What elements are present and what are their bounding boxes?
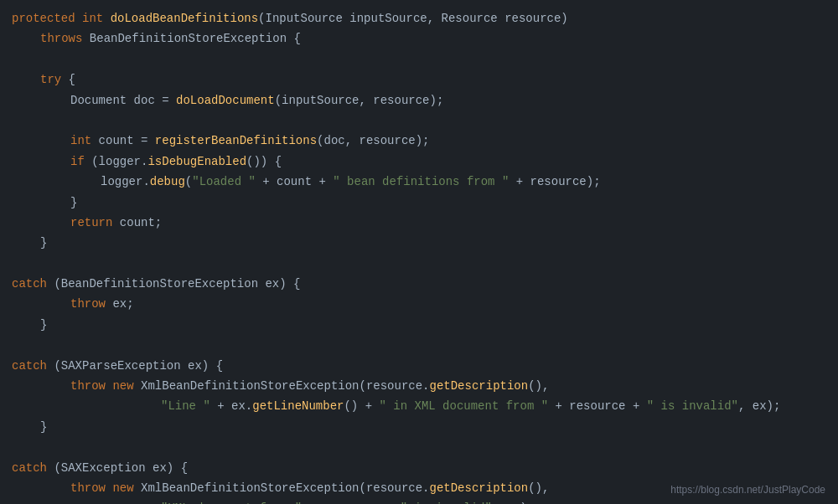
code-token: int — [70, 131, 91, 150]
code-token: (InputSource inputSource, Resource resou… — [258, 9, 568, 28]
code-token — [106, 377, 112, 395]
code-token: + resource + — [548, 397, 647, 415]
code-token: } — [40, 316, 47, 334]
code-token: ()) { — [246, 152, 282, 171]
code-token: protected — [12, 9, 75, 28]
code-line: return count; — [0, 213, 838, 233]
code-token: doLoadBeanDefinitions — [111, 9, 258, 28]
code-line: throws BeanDefinitionStoreException { — [0, 28, 838, 49]
code-token — [75, 9, 82, 28]
code-token: () + — [344, 397, 379, 415]
code-line: throw ex; — [0, 294, 838, 314]
code-line: throw new XmlBeanDefinitionStoreExceptio… — [0, 376, 838, 396]
code-token: " is invalid" — [401, 499, 492, 504]
code-token: getLineNumber — [252, 397, 344, 415]
code-token: (doc, resource); — [317, 131, 429, 150]
code-token: getDescription — [430, 377, 529, 395]
code-line: } — [0, 315, 838, 335]
code-token: (), — [528, 377, 549, 395]
code-token: Document — [70, 91, 127, 110]
code-token: getDescription — [430, 479, 529, 497]
code-line: "XML document from " + resource + " is i… — [0, 498, 838, 504]
code-line: } — [0, 233, 838, 253]
code-token: count — [91, 131, 141, 150]
code-token: throw — [70, 295, 106, 313]
code-token: XmlBeanDefinitionStoreException — [141, 479, 359, 497]
code-line: logger.debug("Loaded " + count + " bean … — [0, 172, 838, 192]
code-editor: protected int doLoadBeanDefinitions(Inpu… — [0, 0, 838, 504]
code-token: debug — [150, 172, 185, 191]
code-token: if — [70, 152, 85, 171]
code-token: (logger. — [85, 152, 148, 171]
code-token — [169, 91, 176, 110]
code-token: + resource); — [509, 172, 600, 191]
code-token: + ex. — [210, 397, 252, 415]
code-token: (), — [528, 479, 549, 497]
code-token: BeanDefinitionStoreException { — [82, 29, 300, 48]
code-line: } — [0, 193, 838, 213]
code-token: + resource + — [302, 499, 401, 504]
code-token: catch — [12, 275, 47, 293]
code-line: protected int doLoadBeanDefinitions(Inpu… — [0, 8, 838, 28]
code-token: " is invalid" — [647, 397, 738, 415]
code-token: (SAXParseException ex) { — [47, 357, 223, 375]
code-line: catch (SAXException ex) { — [0, 458, 838, 478]
code-token: throw — [70, 377, 106, 395]
code-token: ( — [185, 172, 192, 191]
code-token — [134, 479, 141, 497]
code-token: ex; — [106, 295, 134, 313]
code-line — [0, 437, 838, 457]
code-token: count; — [112, 213, 162, 232]
code-token: } — [40, 418, 47, 436]
code-token: throws — [40, 29, 82, 48]
code-token — [106, 479, 112, 497]
code-token: catch — [12, 459, 47, 477]
code-line: Document doc = doLoadDocument(inputSourc… — [0, 90, 838, 111]
code-token: " in XML document from " — [379, 397, 548, 415]
code-token: "XML document from " — [161, 499, 302, 504]
code-line: "Line " + ex.getLineNumber() + " in XML … — [0, 396, 838, 416]
code-token: { — [61, 70, 75, 89]
code-line: try { — [0, 69, 838, 90]
code-token: } — [40, 234, 47, 252]
code-line — [0, 254, 838, 274]
code-line — [0, 335, 838, 355]
code-token: logger. — [101, 172, 150, 191]
code-token: } — [70, 193, 77, 212]
code-token: "Loaded " — [192, 172, 256, 191]
code-token: doc — [127, 91, 162, 110]
code-line: catch (BeanDefinitionStoreException ex) … — [0, 274, 838, 294]
code-token: (BeanDefinitionStoreException ex) { — [47, 275, 300, 293]
code-token: try — [40, 70, 61, 89]
code-line: } — [0, 417, 838, 437]
code-token: (SAXException ex) { — [47, 459, 188, 477]
code-token — [103, 9, 110, 28]
code-token: " bean definitions from " — [333, 172, 509, 191]
watermark: https://blog.csdn.net/JustPlayCode — [670, 484, 825, 496]
code-token: doLoadDocument — [176, 91, 275, 110]
code-token: new — [112, 377, 133, 395]
code-token: (resource. — [360, 479, 430, 497]
code-token — [134, 377, 141, 395]
code-token: = — [162, 91, 168, 110]
code-token: return — [70, 213, 112, 232]
code-token: , ex); — [492, 499, 534, 504]
code-line — [0, 49, 838, 69]
code-token: XmlBeanDefinitionStoreException — [141, 377, 359, 395]
code-token: isDebugEnabled — [147, 152, 246, 171]
code-token: + count + — [256, 172, 333, 191]
code-token: , ex); — [738, 397, 780, 415]
code-line: if (logger.isDebugEnabled()) { — [0, 152, 838, 172]
code-token: registerBeanDefinitions — [155, 131, 317, 150]
code-line: catch (SAXParseException ex) { — [0, 356, 838, 376]
code-line: int count = registerBeanDefinitions(doc,… — [0, 131, 838, 151]
code-token — [147, 131, 154, 150]
code-token: (resource. — [360, 377, 430, 395]
code-token: (inputSource, resource); — [275, 91, 444, 110]
code-token: catch — [12, 357, 47, 375]
code-line — [0, 111, 838, 131]
code-token: int — [82, 9, 103, 28]
code-token: throw — [70, 479, 106, 497]
code-token: new — [112, 479, 133, 497]
code-token: = — [141, 131, 147, 150]
